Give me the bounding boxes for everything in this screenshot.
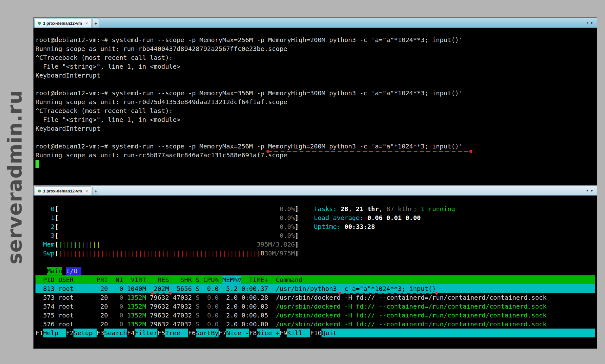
terminal-line: root@debian12-vm:~# systemd-run --scope … — [35, 142, 595, 151]
terminal-line: KeyboardInterrupt — [35, 124, 595, 133]
terminal-window: 1 prox-debian12-vm × + ◄ ► root@debian12… — [33, 17, 597, 349]
annotation-underline-res-202m — [152, 293, 170, 294]
tab-title: 1 prox-debian12-vm — [43, 189, 82, 193]
htop-line: Mem[||||||||||| 395M/3.82G] — [35, 240, 595, 249]
htop-line — [35, 196, 595, 204]
tab-index: 1 — [43, 21, 45, 26]
tab-index: 1 — [43, 189, 45, 193]
tab-prox-debian12-vm-bottom[interactable]: 1 prox-debian12-vm × — [35, 186, 91, 195]
terminal-line: Running scope as unit: run-r0d75d41353e8… — [35, 97, 595, 106]
htop-line: Main I/O — [35, 267, 595, 275]
htop-line — [35, 258, 595, 267]
close-icon[interactable]: × — [86, 189, 88, 193]
htop-line: F1Help F2Setup F3SearchF4FilterF5Tree F6… — [35, 329, 595, 337]
terminal-line: ^CTraceback (most recent call last): — [35, 53, 595, 62]
annotation-underline-memoryhigh-command — [268, 151, 471, 152]
terminal-line: File "<string>", line 1, in <module> — [35, 62, 595, 71]
scroll-right-icon[interactable]: ► — [591, 21, 594, 24]
tab-bar-top: 1 prox-debian12-vm × + ◄ ► — [34, 18, 597, 28]
terminal-line — [35, 160, 595, 168]
htop-line: 1[ 0.0%] Load average: 0.06 0.01 0.00 — [35, 213, 595, 222]
htop-line: 813 root 20 0 1040M 202M 5656 S 0.0 5.2 … — [35, 284, 595, 293]
htop-line: 575 root 20 0 1352M 79632 47032 S 0.0 2.… — [35, 311, 595, 320]
tab-title: 1 prox-debian12-vm — [43, 21, 82, 26]
htop-screen[interactable]: 0[ 0.0%] Tasks: 28, 21 thr, 87 kthr; 1 r… — [34, 196, 597, 348]
htop-line: PID USER PRI NI VIRT RES SHR S CPU% MEM%… — [35, 275, 595, 284]
tab-bar-bottom: 1 prox-debian12-vm × + ◄ ► — [34, 185, 597, 196]
new-tab-button[interactable]: + — [92, 187, 99, 195]
watermark: serveradmin.ru — [3, 90, 26, 264]
terminal-line — [35, 80, 595, 89]
terminal-line: root@debian12-vm:~# systemd-run --scope … — [35, 89, 595, 97]
desktop-background: serveradmin.ru 1 prox-debian12-vm × + ◄ … — [0, 0, 605, 364]
terminal-line: Running scope as unit: run-rc5b877aac0c8… — [35, 151, 595, 160]
scroll-left-icon[interactable]: ◄ — [586, 189, 589, 192]
terminal-line: Running scope as unit: run-rbb4400437d89… — [35, 44, 595, 53]
annotation-underline-python-command — [340, 293, 436, 294]
scroll-right-icon[interactable]: ► — [591, 189, 594, 192]
session-active-icon — [38, 190, 41, 192]
htop-line: Swp[||||||||||||||||||||||||||||||||||||… — [35, 249, 595, 258]
close-icon[interactable]: × — [86, 21, 88, 26]
scroll-left-icon[interactable]: ◄ — [586, 21, 589, 24]
session-active-icon — [38, 22, 41, 25]
tab-prox-debian12-vm-top[interactable]: 1 prox-debian12-vm × — [35, 19, 91, 28]
terminal-line: KeyboardInterrupt — [35, 71, 595, 80]
tab-scroll-arrows: ◄ ► — [583, 18, 597, 28]
tab-scroll-arrows: ◄ ► — [583, 185, 597, 195]
htop-line: 574 root 20 0 1352M 79632 47032 S 0.0 2.… — [35, 302, 595, 311]
tab-session-name: prox-debian12-vm — [47, 189, 82, 193]
terminal-line: root@debian12-vm:~# systemd-run --scope … — [35, 35, 595, 44]
terminal-line: ^CTraceback (most recent call last): — [35, 106, 595, 115]
htop-line: 576 root 20 0 1352M 79632 47032 S 0.0 2.… — [35, 320, 595, 329]
new-tab-button[interactable]: + — [92, 19, 99, 28]
tab-session-name: prox-debian12-vm — [47, 21, 82, 26]
terminal-line: File "<string>", line 1, in <module> — [35, 115, 595, 124]
htop-line: 3[ 0.0%] — [35, 231, 595, 240]
htop-line: 573 root 20 0 1352M 79632 47032 S 0.0 2.… — [35, 293, 595, 302]
terminal-line — [35, 133, 595, 142]
htop-line: 0[ 0.0%] Tasks: 28, 21 thr, 87 kthr; 1 r… — [35, 204, 595, 213]
terminal-output-top[interactable]: root@debian12-vm:~# systemd-run --scope … — [34, 28, 597, 185]
htop-line: 2[ 0.0%] Uptime: 00:33:28 — [35, 222, 595, 231]
